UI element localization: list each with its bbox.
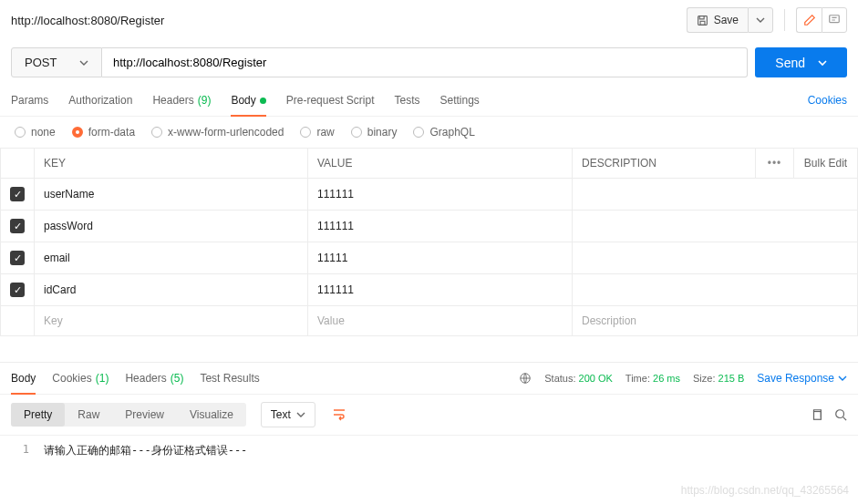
- cell-key[interactable]: email: [35, 242, 308, 274]
- save-response-button[interactable]: Save Response: [757, 372, 847, 385]
- th-more[interactable]: •••: [756, 149, 794, 179]
- table-row: idCard 111111: [1, 274, 858, 306]
- th-value: VALUE: [308, 149, 573, 179]
- cell-key[interactable]: passWord: [35, 211, 308, 242]
- resp-tab-body[interactable]: Body: [11, 363, 36, 394]
- radio-urlencoded[interactable]: x-www-form-urlencoded: [151, 126, 284, 139]
- resp-tab-cookies[interactable]: Cookies (1): [52, 363, 109, 394]
- status-value: 200 OK: [579, 373, 613, 384]
- edit-button[interactable]: [796, 7, 822, 33]
- table-row: passWord 111111: [1, 211, 858, 242]
- view-raw[interactable]: Raw: [65, 403, 112, 427]
- chevron-down-icon: [79, 58, 88, 67]
- th-check: [1, 149, 35, 179]
- radio-raw[interactable]: raw: [300, 126, 334, 139]
- cell-desc[interactable]: [573, 211, 858, 242]
- format-value: Text: [271, 408, 291, 421]
- tab-body[interactable]: Body: [231, 85, 265, 116]
- table-row-new: Key Value Description: [1, 306, 858, 336]
- tab-authorization[interactable]: Authorization: [68, 85, 132, 116]
- send-button[interactable]: Send: [755, 47, 847, 77]
- resp-tab-headers[interactable]: Headers (5): [125, 363, 183, 394]
- format-select[interactable]: Text: [261, 402, 315, 427]
- chevron-down-icon: [756, 15, 765, 25]
- search-icon[interactable]: [834, 408, 847, 421]
- tab-body-label: Body: [231, 94, 255, 107]
- row-checkbox[interactable]: [10, 283, 25, 297]
- radio-urlencoded-label: x-www-form-urlencoded: [168, 126, 284, 139]
- response-info: Status: 200 OK Time: 26 ms Size: 215 B S…: [519, 372, 847, 385]
- tab-tests[interactable]: Tests: [394, 85, 419, 116]
- svg-point-5: [836, 410, 844, 418]
- copy-icon[interactable]: [811, 408, 823, 421]
- th-bulk[interactable]: Bulk Edit: [794, 149, 858, 179]
- tab-body-indicator: [260, 98, 266, 104]
- svg-rect-2: [830, 15, 840, 23]
- globe-icon[interactable]: [519, 372, 532, 385]
- cell-value[interactable]: 11111: [308, 242, 573, 274]
- method-select[interactable]: POST: [11, 47, 102, 77]
- response-view-tabs: Pretty Raw Preview Visualize: [11, 403, 246, 427]
- cell-desc-placeholder[interactable]: Description: [573, 306, 858, 336]
- cell-value[interactable]: 111111: [308, 211, 573, 242]
- comment-icon: [828, 14, 841, 26]
- tab-params[interactable]: Params: [11, 85, 48, 116]
- radio-icon: [300, 127, 311, 138]
- save-label: Save: [714, 14, 739, 26]
- radio-formdata-label: form-data: [88, 126, 135, 139]
- radio-binary[interactable]: binary: [351, 126, 398, 139]
- table-row: userName 111111: [1, 179, 858, 211]
- url-input[interactable]: [102, 47, 748, 77]
- cell-key[interactable]: userName: [35, 179, 308, 211]
- more-icon: •••: [768, 157, 782, 170]
- wrap-icon: [332, 408, 346, 421]
- cell-desc[interactable]: [573, 242, 858, 274]
- radio-binary-label: binary: [367, 126, 398, 139]
- view-preview[interactable]: Preview: [112, 403, 177, 427]
- response-body: 1 请输入正确的邮箱---身份证格式错误---: [0, 435, 858, 466]
- tab-settings[interactable]: Settings: [440, 85, 480, 116]
- tab-headers[interactable]: Headers (9): [152, 85, 211, 116]
- chevron-down-icon: [296, 410, 305, 419]
- svg-rect-1: [700, 21, 705, 25]
- radio-raw-label: raw: [316, 126, 334, 139]
- row-checkbox[interactable]: [10, 187, 25, 201]
- cell-value[interactable]: 111111: [308, 179, 573, 211]
- row-checkbox[interactable]: [10, 251, 25, 265]
- cell-key[interactable]: idCard: [35, 274, 308, 306]
- comment-button[interactable]: [822, 7, 847, 33]
- svg-rect-4: [814, 412, 822, 420]
- row-checkbox[interactable]: [10, 219, 25, 233]
- wrap-button[interactable]: [326, 403, 352, 427]
- save-button[interactable]: Save: [687, 7, 748, 33]
- resp-tab-headers-count: (5): [171, 372, 184, 385]
- cell-value[interactable]: 111111: [308, 274, 573, 306]
- cell-desc[interactable]: [573, 274, 858, 306]
- line-number: 1: [15, 443, 29, 458]
- radio-graphql-label: GraphQL: [429, 126, 474, 139]
- radio-formdata[interactable]: form-data: [72, 126, 135, 139]
- view-pretty[interactable]: Pretty: [11, 403, 65, 427]
- save-dropdown[interactable]: [748, 7, 773, 33]
- radio-graphql[interactable]: GraphQL: [413, 126, 474, 139]
- tab-prerequest[interactable]: Pre-request Script: [286, 85, 375, 116]
- status-label: Status:: [544, 373, 575, 384]
- size-label: Size:: [693, 373, 715, 384]
- cookies-link[interactable]: Cookies: [808, 85, 847, 116]
- send-label: Send: [775, 56, 805, 70]
- radio-icon: [351, 127, 362, 138]
- resp-tab-test-results[interactable]: Test Results: [200, 363, 259, 394]
- method-value: POST: [25, 56, 57, 69]
- save-button-group: Save: [687, 7, 773, 33]
- cell-value-placeholder[interactable]: Value: [308, 306, 573, 336]
- cell-desc[interactable]: [573, 179, 858, 211]
- view-visualize[interactable]: Visualize: [177, 403, 246, 427]
- radio-none[interactable]: none: [15, 126, 56, 139]
- th-key: KEY: [35, 149, 308, 179]
- cell-key-placeholder[interactable]: Key: [35, 306, 308, 336]
- tab-headers-label: Headers: [152, 94, 193, 107]
- resp-tab-cookies-count: (1): [96, 372, 109, 385]
- time-value: 26 ms: [653, 373, 680, 384]
- radio-icon: [15, 127, 26, 138]
- response-text: 请输入正确的邮箱---身份证格式错误---: [44, 443, 247, 458]
